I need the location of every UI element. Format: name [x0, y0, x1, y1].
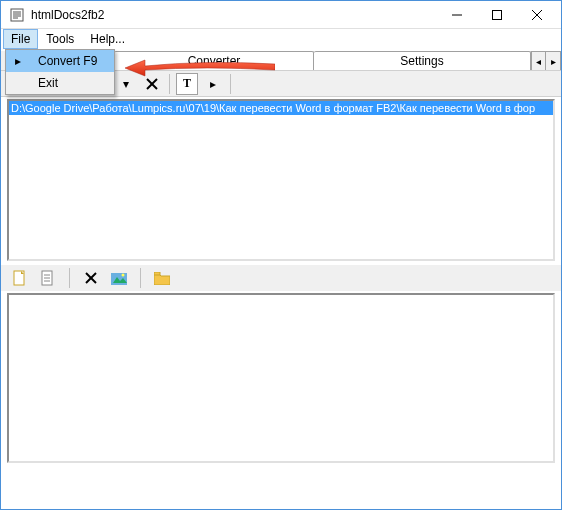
tab-converter[interactable]: Converter — [114, 51, 314, 70]
add-file-button[interactable]: ▾ — [115, 73, 137, 95]
picture-button[interactable] — [108, 267, 130, 289]
source-files-pane[interactable]: D:\Google Drive\Работа\Lumpics.ru\07\19\… — [7, 99, 555, 261]
menu-tools[interactable]: Tools — [38, 29, 82, 49]
app-icon — [9, 7, 25, 23]
file-menu-dropdown: ▸ Convert F9 Exit — [5, 49, 115, 95]
play-icon: ▸ — [210, 77, 216, 91]
text-mode-button[interactable]: T — [176, 73, 198, 95]
new-doc-button[interactable] — [9, 267, 31, 289]
svg-rect-0 — [11, 9, 23, 21]
tab-label: Converter — [188, 54, 241, 68]
chevron-down-icon: ▾ — [123, 77, 129, 91]
menu-item-exit[interactable]: Exit — [6, 72, 114, 94]
svg-rect-21 — [154, 272, 160, 275]
menu-item-convert[interactable]: ▸ Convert F9 — [6, 50, 114, 72]
text-mode-label: T — [183, 76, 191, 91]
menu-item-label: Exit — [30, 76, 114, 90]
maximize-button[interactable] — [477, 2, 517, 28]
folder-button[interactable] — [151, 267, 173, 289]
toolbar-separator — [169, 74, 170, 94]
menu-item-label: Convert F9 — [30, 54, 114, 68]
toolbar-separator — [69, 268, 70, 288]
menu-file[interactable]: File — [3, 29, 38, 49]
svg-rect-6 — [493, 10, 502, 19]
play-icon: ▸ — [6, 50, 30, 72]
menu-help[interactable]: Help... — [82, 29, 133, 49]
svg-rect-18 — [111, 273, 127, 285]
tab-label: Settings — [400, 54, 443, 68]
minimize-button[interactable] — [437, 2, 477, 28]
window-titlebar: htmlDocs2fb2 — [1, 1, 561, 29]
delete-button[interactable] — [80, 267, 102, 289]
tab-scroll-controls: ◂ ▸ — [531, 51, 561, 70]
toolbar-separator — [230, 74, 231, 94]
output-toolbar — [1, 265, 561, 291]
file-list-row[interactable]: D:\Google Drive\Работа\Lumpics.ru\07\19\… — [9, 101, 553, 115]
window-controls — [437, 2, 557, 28]
tab-scroll-right-icon[interactable]: ▸ — [546, 52, 560, 70]
toolbar-separator — [140, 268, 141, 288]
svg-point-20 — [122, 274, 125, 277]
copy-doc-button[interactable] — [37, 267, 59, 289]
tab-scroll-left-icon[interactable]: ◂ — [532, 52, 546, 70]
window-title: htmlDocs2fb2 — [31, 8, 437, 22]
close-button[interactable] — [517, 2, 557, 28]
remove-file-button[interactable] — [141, 73, 163, 95]
play-button[interactable]: ▸ — [202, 73, 224, 95]
menubar: File Tools Help... — [1, 29, 561, 49]
output-files-pane[interactable] — [7, 293, 555, 463]
tab-settings[interactable]: Settings — [314, 51, 531, 70]
blank-icon — [6, 72, 30, 94]
